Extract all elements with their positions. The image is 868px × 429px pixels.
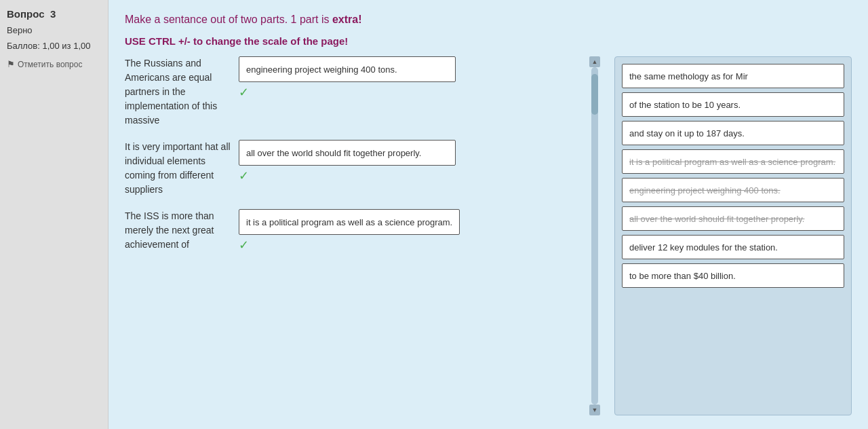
answer-item[interactable]: the same methology as for Mir bbox=[622, 64, 844, 88]
scroll-down-arrow[interactable]: ▼ bbox=[589, 405, 600, 415]
answer-item[interactable]: it is a political program as well as a s… bbox=[622, 149, 844, 174]
question-number: Вопрос 3 bbox=[7, 8, 101, 20]
answer-bank: the same methology as for Mir of the sta… bbox=[614, 56, 852, 415]
sentences-column: The Russians and Americans are equal par… bbox=[125, 56, 575, 415]
instruction-line1: Make a sentance out of two parts. 1 part… bbox=[125, 14, 852, 26]
answer-item[interactable]: deliver 12 key modules for the station. bbox=[622, 235, 844, 259]
drop-zone-wrap-1: engineering project weighing 400 tons. ✓ bbox=[239, 56, 456, 100]
check-mark-1: ✓ bbox=[239, 85, 249, 100]
answer-item[interactable]: of the station to be 10 years. bbox=[622, 92, 844, 117]
main-content: Make a sentance out of two parts. 1 part… bbox=[108, 0, 868, 429]
scrollbar-track[interactable] bbox=[591, 67, 598, 405]
check-mark-3: ✓ bbox=[239, 238, 249, 253]
answer-item[interactable]: all over the world should fit together p… bbox=[622, 206, 844, 231]
answer-item[interactable]: to be more than $40 billion. bbox=[622, 263, 844, 288]
exercise-area: The Russians and Americans are equal par… bbox=[125, 56, 852, 415]
scrollbar-thumb[interactable] bbox=[591, 74, 598, 115]
sentence-row: It is very important hat all individual … bbox=[125, 140, 575, 197]
answer-item[interactable]: engineering project weighing 400 tons. bbox=[622, 178, 844, 202]
score-label: Баллов: 1,00 из 1,00 bbox=[7, 41, 101, 51]
drop-box-3[interactable]: it is a political program as well as a s… bbox=[239, 209, 460, 235]
drop-zone-wrap-2: all over the world should fit together p… bbox=[239, 140, 456, 183]
scroll-up-arrow[interactable]: ▲ bbox=[589, 56, 600, 67]
flag-question-button[interactable]: ⚑ Отметить вопрос bbox=[7, 59, 101, 69]
check-mark-2: ✓ bbox=[239, 168, 249, 183]
sentence-row: The ISS is more than merely the next gre… bbox=[125, 209, 575, 253]
sentence-row: The Russians and Americans are equal par… bbox=[125, 56, 575, 128]
flag-icon: ⚑ bbox=[7, 59, 15, 69]
answer-item[interactable]: and stay on it up to 187 days. bbox=[622, 121, 844, 145]
drop-box-2[interactable]: all over the world should fit together p… bbox=[239, 140, 456, 166]
sentence-text-1: The Russians and Americans are equal par… bbox=[125, 56, 233, 128]
sentence-text-3: The ISS is more than merely the next gre… bbox=[125, 209, 233, 252]
scrollbar[interactable]: ▲ ▼ bbox=[589, 56, 601, 415]
drop-box-1[interactable]: engineering project weighing 400 tons. bbox=[239, 56, 456, 82]
sidebar: Вопрос 3 Верно Баллов: 1,00 из 1,00 ⚑ От… bbox=[0, 0, 108, 429]
drop-zone-wrap-3: it is a political program as well as a s… bbox=[239, 209, 460, 253]
sentence-text-2: It is very important hat all individual … bbox=[125, 140, 233, 197]
correct-label: Верно bbox=[7, 25, 101, 35]
instruction-line2: USE CTRL +/- to change the scale of the … bbox=[125, 35, 852, 47]
